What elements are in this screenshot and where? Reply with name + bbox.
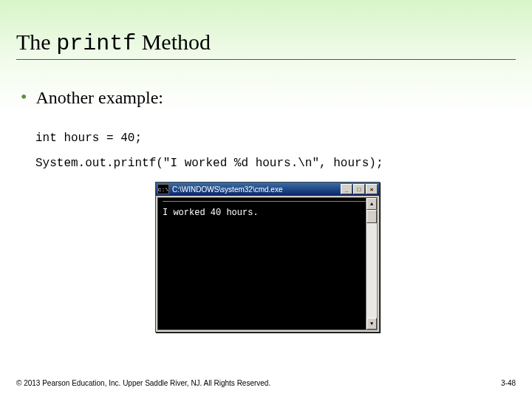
scroll-down-button[interactable]: ▼ <box>366 318 377 330</box>
minimize-button[interactable]: _ <box>341 184 352 194</box>
title-post: Method <box>136 30 211 54</box>
window-buttons: _ □ × <box>341 184 378 194</box>
slide-title: The printf Method <box>16 30 211 56</box>
console-window: c:\ C:\WINDOWS\system32\cmd.exe _ □ × I … <box>155 182 380 332</box>
bullet-text: Another example: <box>35 88 163 107</box>
title-pre: The <box>16 30 56 54</box>
console-body: I worked 40 hours. ▲ ▼ <box>157 197 378 330</box>
maximize-button[interactable]: □ <box>353 184 365 194</box>
scroll-track[interactable] <box>366 210 377 318</box>
close-button[interactable]: × <box>366 184 378 194</box>
slide: The printf Method •Another example: int … <box>0 0 532 399</box>
console-titlebar: c:\ C:\WINDOWS\system32\cmd.exe _ □ × <box>156 183 379 196</box>
console-divider <box>163 201 372 202</box>
scroll-up-button[interactable]: ▲ <box>366 198 377 210</box>
scroll-thumb[interactable] <box>366 210 377 223</box>
code-line-1: int hours = 40; <box>35 132 142 145</box>
footer-copyright: © 2013 Pearson Education, Inc. Upper Sad… <box>16 379 270 387</box>
cmd-icon: c:\ <box>157 184 169 194</box>
console-output: I worked 40 hours. <box>163 208 372 218</box>
console-caption: C:\WINDOWS\system32\cmd.exe <box>172 185 341 194</box>
bullet-item: •Another example: <box>21 87 163 108</box>
title-underline <box>16 59 516 60</box>
bullet-dot-icon: • <box>21 87 35 106</box>
footer-page-number: 3-48 <box>501 379 516 387</box>
code-line-2: System.out.printf("I worked %d hours.\n"… <box>35 157 383 170</box>
title-mono: printf <box>56 31 136 56</box>
console-scrollbar[interactable]: ▲ ▼ <box>366 198 377 330</box>
